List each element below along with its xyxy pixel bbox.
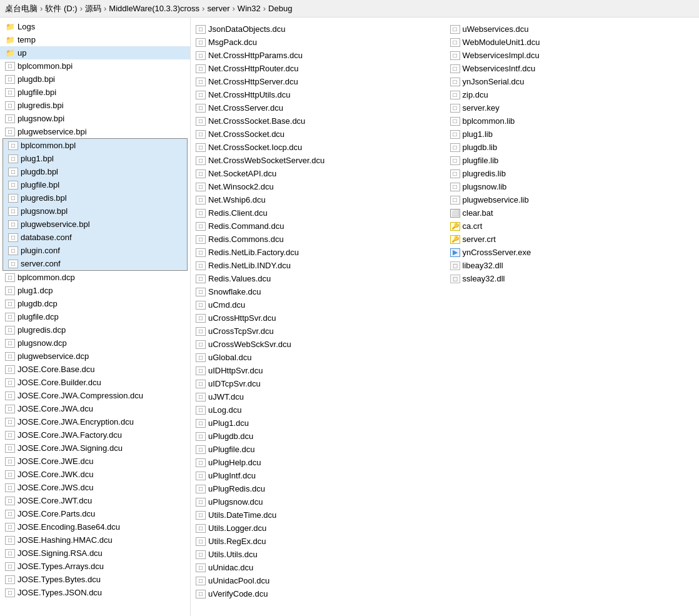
list-item[interactable]: □Redis.Commons.dcu (191, 233, 445, 246)
list-item[interactable]: □JOSE.Core.JWT.dcu (0, 494, 190, 507)
list-item[interactable]: □plugdb.lib (445, 141, 700, 154)
list-item[interactable]: □plugwebservice.bpi (0, 125, 190, 138)
list-item[interactable]: 🔑ca.crt (445, 220, 700, 233)
list-item[interactable]: □plug1.bpl (3, 152, 187, 165)
list-item[interactable]: □JOSE.Core.JWK.dcu (0, 468, 190, 481)
list-item[interactable]: □Net.CrossHttpRouter.dcu (191, 62, 445, 75)
list-item[interactable]: □plugredis.bpi (0, 99, 190, 112)
list-item[interactable]: □JsonDataObjects.dcu (191, 23, 445, 36)
list-item[interactable]: □database.conf (3, 231, 187, 244)
list-item[interactable]: □plugdb.bpl (3, 165, 187, 178)
list-item[interactable]: □uVerifyCode.dcu (191, 587, 445, 600)
list-item[interactable]: □JOSE.Encoding.Base64.dcu (0, 520, 190, 533)
list-item[interactable]: □bplcommon.bpi (0, 59, 190, 73)
list-item[interactable]: □uPlugsnow.dcu (191, 495, 445, 508)
list-item[interactable]: ◻libeay32.dll (445, 259, 700, 272)
list-item[interactable]: □Net.Wship6.dcu (191, 193, 445, 206)
list-item[interactable]: □uLog.dcu (191, 403, 445, 417)
list-item[interactable]: □uCrossHttpSvr.dcu (191, 311, 445, 325)
list-item[interactable]: □uWebservices.dcu (445, 23, 700, 36)
list-item[interactable]: □plug1.dcp (0, 284, 190, 297)
list-item[interactable]: □plugsnow.bpi (0, 112, 190, 125)
breadcrumb-win32[interactable]: Win32 (238, 4, 261, 13)
list-item[interactable]: □Utils.DateTime.dcu (191, 508, 445, 522)
list-item[interactable]: □Redis.Values.dcu (191, 272, 445, 285)
breadcrumb-drive[interactable]: 软件 (D:) (45, 3, 77, 14)
list-item[interactable]: □Net.CrossServer.dcu (191, 101, 445, 114)
breadcrumb-source[interactable]: 源码 (85, 3, 101, 14)
list-item[interactable]: □WebservicesIntf.dcu (445, 62, 700, 75)
list-item[interactable]: □JOSE.Signing.RSA.dcu (0, 547, 190, 560)
list-item[interactable]: □Redis.NetLib.Factory.dcu (191, 246, 445, 259)
list-item[interactable]: □plug1.lib (445, 128, 700, 141)
list-item[interactable]: ◻ssleay32.dll (445, 272, 700, 285)
list-item[interactable]: □JOSE.Types.Arrays.dcu (0, 560, 190, 573)
list-item[interactable]: □JOSE.Core.Parts.dcu (0, 507, 190, 520)
list-item[interactable]: □Net.Winsock2.dcu (191, 180, 445, 193)
list-item[interactable]: □JOSE.Core.JWA.Signing.dcu (0, 442, 190, 455)
list-item[interactable]: □Net.SocketAPI.dcu (191, 167, 445, 180)
list-item[interactable]: □JOSE.Hashing.HMAC.dcu (0, 533, 190, 547)
list-item[interactable]: □plugfile.bpi (0, 86, 190, 99)
list-item[interactable]: □JOSE.Core.Builder.dcu (0, 376, 190, 389)
list-item[interactable]: □plugredis.lib (445, 167, 700, 180)
list-item[interactable]: □plugsnow.bpl (3, 204, 187, 218)
list-item[interactable]: □plugsnow.lib (445, 180, 700, 193)
list-item[interactable]: □WebservicesImpl.dcu (445, 49, 700, 62)
list-item[interactable]: □JOSE.Core.Base.dcu (0, 363, 190, 376)
list-item[interactable]: □server.key (445, 101, 700, 114)
list-item[interactable]: □server.conf (3, 257, 187, 270)
breadcrumb-server[interactable]: server (207, 4, 229, 13)
list-item[interactable]: □Redis.Client.dcu (191, 206, 445, 220)
list-item[interactable]: ▶ynCrossServer.exe (445, 246, 700, 259)
list-item[interactable]: □uIDTcpSvr.dcu (191, 377, 445, 390)
list-item[interactable]: □Net.CrossHttpUtils.dcu (191, 88, 445, 101)
list-item[interactable]: □plugfile.bpl (3, 178, 187, 191)
list-item[interactable]: □plugwebservice.bpl (3, 218, 187, 231)
list-item[interactable]: □plugredis.bpl (3, 191, 187, 204)
list-item[interactable]: □uPlugIntf.dcu (191, 469, 445, 482)
list-item[interactable]: □Utils.Logger.dcu (191, 522, 445, 535)
list-item[interactable]: □JOSE.Core.JWA.Factory.dcu (0, 428, 190, 442)
list-item[interactable]: □plugwebservice.lib (445, 193, 700, 206)
list-item[interactable]: □uPlugRedis.dcu (191, 482, 445, 495)
list-item[interactable]: □plugfile.lib (445, 154, 700, 167)
list-item[interactable]: □Net.CrossHttpServer.dcu (191, 75, 445, 88)
list-item[interactable]: 📁up (0, 46, 190, 59)
list-item[interactable]: □uPlug1.dcu (191, 417, 445, 430)
list-item[interactable]: □JOSE.Core.JWE.dcu (0, 455, 190, 468)
list-item[interactable]: □JOSE.Core.JWS.dcu (0, 481, 190, 494)
list-item[interactable]: □WebModuleUnit1.dcu (445, 36, 700, 49)
list-item[interactable]: □uUnidac.dcu (191, 561, 445, 574)
list-item[interactable]: □bplcommon.dcp (0, 271, 190, 284)
list-item[interactable]: □ynJsonSerial.dcu (445, 75, 700, 88)
list-item[interactable]: □bplcommon.lib (445, 114, 700, 128)
list-item[interactable]: □JOSE.Types.JSON.dcu (0, 586, 190, 599)
list-item[interactable]: □Redis.Command.dcu (191, 220, 445, 233)
list-item[interactable]: □uPlugdb.dcu (191, 430, 445, 443)
list-item[interactable]: □uPlugfile.dcu (191, 443, 445, 456)
list-item[interactable]: □uCmd.dcu (191, 298, 445, 311)
list-item[interactable]: □Net.CrossSocket.Iocp.dcu (191, 141, 445, 154)
list-item[interactable]: □JOSE.Core.JWA.dcu (0, 402, 190, 415)
list-item[interactable]: □Net.CrossHttpParams.dcu (191, 49, 445, 62)
list-item[interactable]: □MsgPack.dcu (191, 36, 445, 49)
list-item[interactable]: □plugsnow.dcp (0, 336, 190, 350)
list-item[interactable]: □JOSE.Core.JWA.Encryption.dcu (0, 415, 190, 428)
list-item[interactable]: □Utils.Utils.dcu (191, 548, 445, 561)
list-item[interactable]: □uJWT.dcu (191, 390, 445, 403)
list-item[interactable]: □uUnidacPool.dcu (191, 574, 445, 587)
list-item[interactable]: □bplcommon.bpl (3, 139, 187, 152)
breadcrumb-middleware[interactable]: MiddleWare(10.3.3)cross (109, 4, 199, 13)
list-item[interactable]: □plugin.conf (3, 244, 187, 257)
list-item[interactable]: □plugfile.dcp (0, 310, 190, 323)
list-item[interactable]: □Utils.RegEx.dcu (191, 535, 445, 548)
list-item[interactable]: □uPlugHelp.dcu (191, 456, 445, 469)
breadcrumb-debug[interactable]: Debug (268, 4, 292, 13)
list-item[interactable]: 📁temp (0, 33, 190, 46)
list-item[interactable]: □uIDHttpSvr.dcu (191, 364, 445, 377)
list-item[interactable]: □plugwebservice.dcp (0, 350, 190, 363)
list-item[interactable]: 📁Logs (0, 20, 190, 33)
list-item[interactable]: □Net.CrossSocket.dcu (191, 128, 445, 141)
list-item[interactable]: □plugdb.dcp (0, 297, 190, 310)
